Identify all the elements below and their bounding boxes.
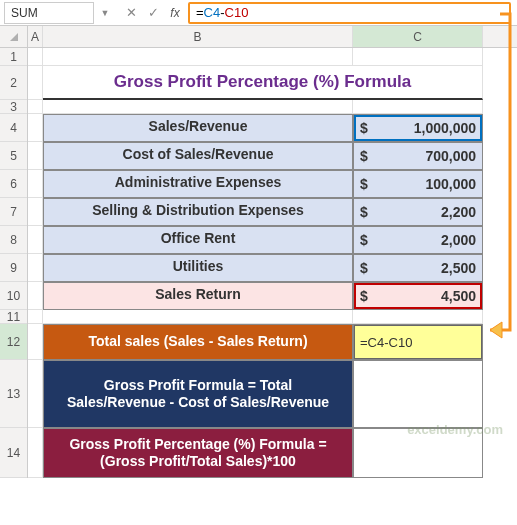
cell[interactable] (353, 360, 483, 428)
row-header[interactable]: 11 (0, 310, 27, 324)
title-cell[interactable]: Gross Profit Percentage (%) Formula (43, 66, 483, 100)
cell[interactable] (28, 66, 43, 100)
value-text: 4,500 (376, 288, 476, 304)
cell[interactable] (28, 282, 43, 310)
column-headers: A B C (28, 26, 517, 48)
cell[interactable] (28, 142, 43, 170)
value-text: 2,500 (376, 260, 476, 276)
data-value[interactable]: $2,000 (353, 226, 483, 254)
data-label[interactable]: Cost of Sales/Revenue (43, 142, 353, 170)
row-header[interactable]: 14 (0, 428, 27, 478)
value-text: 2,200 (376, 204, 476, 220)
col-header-a[interactable]: A (28, 26, 43, 47)
formula-accept-icon[interactable]: ✓ (142, 5, 164, 20)
row-header[interactable]: 9 (0, 254, 27, 282)
currency-symbol: $ (360, 232, 376, 248)
name-box-dropdown-icon[interactable]: ▼ (98, 8, 112, 18)
cell[interactable] (43, 48, 353, 66)
cell[interactable] (28, 428, 43, 478)
currency-symbol: $ (360, 288, 376, 304)
svg-marker-0 (490, 322, 502, 338)
data-label[interactable]: Selling & Distribution Expenses (43, 198, 353, 226)
cell[interactable] (28, 310, 43, 324)
row-header[interactable]: 3 (0, 100, 27, 114)
cell-grid: Gross Profit Percentage (%) Formula Sale… (28, 48, 483, 478)
name-box[interactable]: SUM (4, 2, 94, 24)
currency-symbol: $ (360, 260, 376, 276)
row-header[interactable]: 8 (0, 226, 27, 254)
col-header-c[interactable]: C (353, 26, 483, 47)
value-text: 1,000,000 (376, 120, 476, 136)
select-all-corner[interactable] (0, 26, 28, 48)
currency-symbol: $ (360, 204, 376, 220)
value-text: 700,000 (376, 148, 476, 164)
cell[interactable] (28, 170, 43, 198)
formula-label-gpp[interactable]: Gross Profit Percentage (%) Formula = (G… (43, 428, 353, 478)
row-header[interactable]: 10 (0, 282, 27, 310)
data-label[interactable]: Sales/Revenue (43, 114, 353, 142)
name-box-value: SUM (11, 6, 38, 20)
row-header[interactable]: 6 (0, 170, 27, 198)
formula-prefix: = (196, 5, 204, 20)
row-headers: 1 2 3 4 5 6 7 8 9 10 11 12 13 14 (0, 48, 28, 478)
row-header[interactable]: 5 (0, 142, 27, 170)
formula-ref2: C10 (225, 5, 249, 20)
data-label[interactable]: Administrative Expenses (43, 170, 353, 198)
formula-ref1: C4 (204, 5, 221, 20)
cell[interactable] (28, 254, 43, 282)
formula-cancel-icon[interactable]: ✕ (120, 5, 142, 20)
value-text: 2,000 (376, 232, 476, 248)
cell[interactable] (28, 198, 43, 226)
row-header[interactable]: 7 (0, 198, 27, 226)
row-header[interactable]: 2 (0, 66, 27, 100)
cell[interactable] (43, 310, 353, 324)
data-value-c10[interactable]: $4,500 (353, 282, 483, 310)
cell[interactable] (28, 48, 43, 66)
formula-bar: SUM ▼ ✕ ✓ fx =C4-C10 (0, 0, 517, 26)
cell[interactable] (28, 226, 43, 254)
col-header-b[interactable]: B (43, 26, 353, 47)
cell[interactable] (28, 324, 43, 360)
data-value[interactable]: $700,000 (353, 142, 483, 170)
data-value-c4[interactable]: $1,000,000 (353, 114, 483, 142)
cell[interactable] (28, 360, 43, 428)
cell[interactable] (43, 100, 353, 114)
row-header[interactable]: 1 (0, 48, 27, 66)
currency-symbol: $ (360, 120, 376, 136)
value-text: 100,000 (376, 176, 476, 192)
row-header[interactable]: 13 (0, 360, 27, 428)
formula-label-totalsales[interactable]: Total sales (Sales - Sales Return) (43, 324, 353, 360)
data-value[interactable]: $100,000 (353, 170, 483, 198)
data-label[interactable]: Office Rent (43, 226, 353, 254)
watermark: exceldemy.com (407, 422, 503, 437)
data-label[interactable]: Utilities (43, 254, 353, 282)
currency-symbol: $ (360, 176, 376, 192)
insert-function-icon[interactable]: fx (164, 6, 186, 20)
row-header[interactable]: 12 (0, 324, 27, 360)
currency-symbol: $ (360, 148, 376, 164)
data-value[interactable]: $2,200 (353, 198, 483, 226)
data-label[interactable]: Sales Return (43, 282, 353, 310)
cell[interactable] (28, 114, 43, 142)
cell[interactable] (353, 100, 483, 114)
cell[interactable] (353, 48, 483, 66)
data-value[interactable]: $2,500 (353, 254, 483, 282)
formula-label-grossprofit[interactable]: Gross Profit Formula = Total Sales/Reven… (43, 360, 353, 428)
formula-input[interactable]: =C4-C10 (188, 2, 511, 24)
cell[interactable] (353, 310, 483, 324)
active-cell-c12[interactable]: =C4-C10 (353, 324, 483, 360)
row-header[interactable]: 4 (0, 114, 27, 142)
cell[interactable] (28, 100, 43, 114)
